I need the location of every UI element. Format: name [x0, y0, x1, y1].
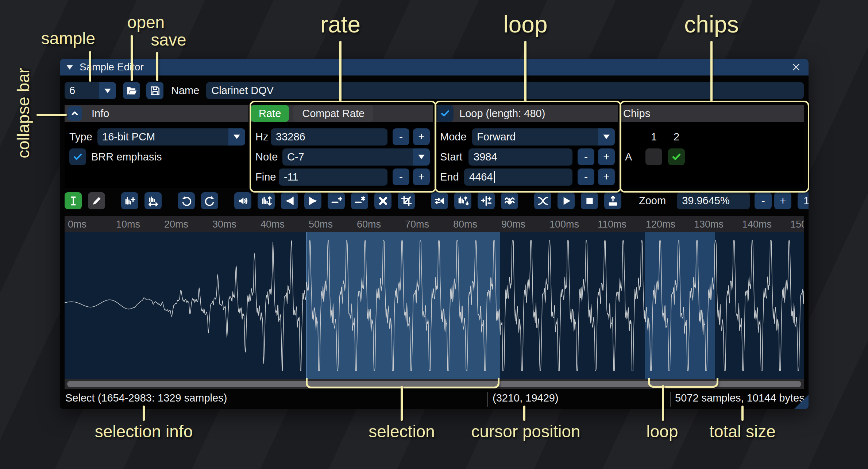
collapse-bar-button[interactable]: [67, 106, 82, 121]
amplify-button[interactable]: [234, 192, 251, 209]
window-collapse-icon[interactable]: [66, 64, 74, 70]
normalize-button[interactable]: [258, 192, 275, 209]
loop-enable-checkbox[interactable]: [437, 105, 454, 122]
zoom-input[interactable]: 39.9645%: [677, 192, 750, 209]
loop-start-plus-button[interactable]: +: [598, 148, 615, 165]
play-icon: [560, 195, 572, 207]
draw-tool-button[interactable]: [88, 192, 105, 209]
annotation-collapse-bar: collapse bar: [13, 68, 33, 158]
chip-row-label: A: [625, 151, 645, 163]
compat-rate-tab[interactable]: Compat Rate: [293, 105, 373, 122]
annotation-chips: chips: [684, 11, 738, 38]
ruler-tick: 150ms: [790, 219, 804, 230]
fine-minus-button[interactable]: -: [393, 168, 409, 185]
select-tool-button[interactable]: [65, 192, 82, 209]
time-ruler[interactable]: 0ms10ms20ms30ms40ms50ms60ms70ms80ms90ms1…: [65, 216, 804, 232]
waveform-view: [65, 232, 804, 379]
crossfade-icon: [537, 195, 549, 207]
preview-button[interactable]: [558, 192, 575, 209]
resize-button[interactable]: [121, 192, 138, 209]
signedness-button[interactable]: [478, 192, 495, 209]
ruler-tick: 30ms: [212, 219, 236, 230]
status-bar: Select (1654-2983: 1329 samples) (3210, …: [65, 389, 804, 408]
chip-2-checkbox[interactable]: [668, 148, 685, 165]
annotation-line-cursor-position: [523, 406, 525, 421]
open-sample-button[interactable]: [123, 82, 140, 99]
stop-preview-button[interactable]: [581, 192, 598, 209]
apply-silence-button[interactable]: [351, 192, 368, 209]
resample-button[interactable]: [144, 192, 162, 209]
name-input[interactable]: Clarinet DQV: [206, 82, 804, 99]
type-select[interactable]: 16-bit PCM: [97, 128, 245, 146]
fade-out-button[interactable]: [304, 192, 321, 209]
trim-button[interactable]: [398, 192, 415, 209]
loop-start-value: 3984: [474, 151, 497, 163]
annotation-rate: rate: [320, 11, 360, 38]
close-icon[interactable]: [790, 61, 803, 74]
chevron-down-icon[interactable]: [228, 128, 245, 146]
insert-silence-button[interactable]: [328, 192, 345, 209]
chip-column-1: 1: [645, 131, 662, 143]
ruler-tick: 0ms: [68, 219, 86, 230]
zoom-out-button[interactable]: -: [755, 192, 772, 209]
annotation-selection: selection: [369, 422, 435, 441]
filter-button[interactable]: [501, 192, 518, 209]
invert-button[interactable]: [454, 192, 471, 209]
fade-in-button[interactable]: [281, 192, 298, 209]
cursor-position-text: (3210, 19429): [493, 392, 559, 404]
folder-open-icon: [126, 85, 138, 97]
annotation-line-open: [131, 35, 133, 81]
loop-end-input[interactable]: 4464: [464, 168, 572, 186]
chevron-down-icon[interactable]: [99, 82, 116, 99]
zoom-reset-button[interactable]: 100%: [798, 192, 809, 209]
undo-button[interactable]: [178, 192, 195, 209]
rate-tab[interactable]: Rate: [251, 105, 289, 122]
redo-button[interactable]: [201, 192, 218, 209]
annotation-selection-info: selection info: [95, 422, 193, 441]
annotation-line-loop-marker: [662, 385, 664, 421]
zoom-label: Zoom: [639, 195, 666, 207]
loop-mode-select[interactable]: Forward: [472, 128, 615, 146]
hz-minus-button[interactable]: -: [393, 128, 409, 145]
resize-grip[interactable]: [794, 395, 809, 409]
chevron-down-icon[interactable]: [598, 128, 615, 146]
zoom-in-button[interactable]: +: [774, 192, 791, 209]
fine-input[interactable]: -11: [279, 168, 387, 186]
loop-start-input[interactable]: 3984: [468, 148, 572, 166]
save-sample-button[interactable]: [146, 82, 163, 99]
chip-1-checkbox[interactable]: [645, 148, 662, 165]
waveform-canvas[interactable]: [65, 232, 804, 379]
annotation-line-total-size: [741, 406, 744, 421]
speaker-icon: [237, 195, 249, 207]
hz-plus-button[interactable]: +: [413, 128, 430, 145]
fine-plus-button[interactable]: +: [413, 168, 430, 185]
annotation-line-loop: [524, 41, 526, 101]
loop-end-value: 4464: [469, 171, 493, 183]
tri-right-icon: [307, 195, 319, 207]
sample-selector[interactable]: 6: [65, 82, 116, 99]
sample-editor-window: Sample Editor 6 Na: [60, 59, 809, 409]
ruler-tick: 70ms: [405, 219, 429, 230]
reverse-button[interactable]: [431, 192, 448, 209]
rate-section: Rate Compat Rate Hz 33286 - + Note C-7: [251, 105, 433, 188]
hz-input[interactable]: 33286: [271, 128, 387, 146]
annotation-open: open: [127, 12, 165, 32]
brr-emphasis-checkbox[interactable]: [69, 148, 86, 165]
ruler-tick: 40ms: [261, 219, 285, 230]
name-label: Name: [171, 85, 199, 97]
note-select[interactable]: C-7: [282, 148, 430, 166]
annotation-line-selection: [401, 386, 403, 421]
note-label: Note: [255, 151, 282, 163]
annotation-cursor-position: cursor position: [471, 422, 580, 441]
delete-button[interactable]: [374, 192, 391, 209]
upload-button[interactable]: [604, 192, 621, 209]
titlebar[interactable]: Sample Editor: [60, 59, 809, 75]
loop-title: Loop (length: 480): [459, 108, 545, 120]
crossfade-button[interactable]: [534, 192, 551, 209]
loop-end-plus-button[interactable]: +: [598, 168, 615, 185]
sample-toolbar: Zoom 39.9645% - + 100%: [65, 192, 804, 209]
chevron-down-icon[interactable]: [413, 148, 430, 166]
loop-end-minus-button[interactable]: -: [578, 168, 594, 185]
loop-start-minus-button[interactable]: -: [578, 148, 594, 165]
type-value: 16-bit PCM: [97, 128, 228, 146]
